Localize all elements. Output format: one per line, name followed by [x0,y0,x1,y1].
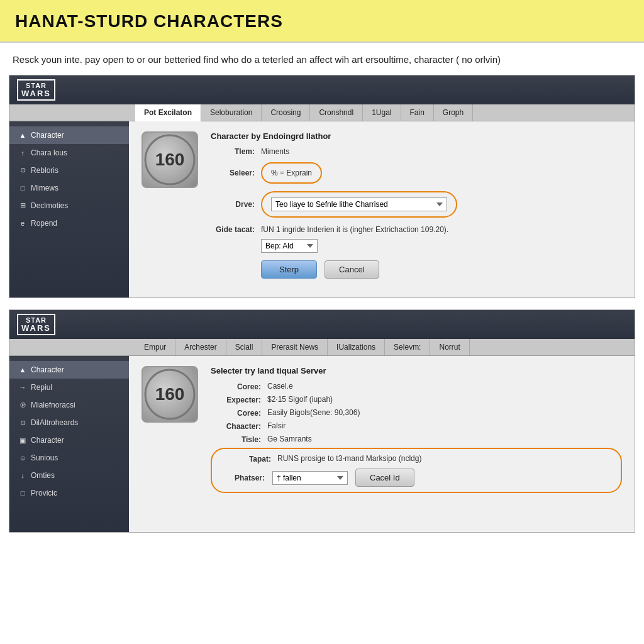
panel-2: STAR WARS Empur Archester Sciall Prerasi… [9,309,635,533]
coree2-label: Coree: [211,408,261,418]
panel1-tlem-row: Tlem: Miments [211,147,622,156]
page-subtitle: Resck youn inte. pay open to or our bett… [0,43,644,75]
square-icon: □ [18,184,27,192]
tab-groph[interactable]: Groph [434,104,473,121]
panel2-body: ▲ Character → Repiul ℗ Mialefnoracsi ⊙ D… [9,356,635,532]
sidebar-item-mimews[interactable]: □ Mimews [9,179,129,197]
sidebar2-item-character2[interactable]: ▣ Character [9,431,129,449]
expecter-label: Expecter: [211,395,261,404]
panel1-btn-row: Sterp Cancel [261,260,622,279]
tab-cronshndl[interactable]: Cronshndl [310,104,363,121]
sidebar2-item-dilaltroheards[interactable]: ⊙ DilAltroheards [9,414,129,431]
square2-icon: □ [18,489,27,497]
filled-square-icon: ▣ [18,436,27,445]
tab-norrut[interactable]: Norrut [430,339,469,355]
sterp-button[interactable]: Sterp [261,260,317,279]
panel1-form-title: Character by Endoingrd llathor [211,131,622,141]
panel1-main: 160 Character by Endoingrd llathor Tlem:… [129,121,635,297]
grid-icon: ⊞ [18,201,27,209]
panel2-topbar: STAR WARS [9,310,635,339]
panel1-drve-row: Drve: Teo liaye to Sefnle lithe Charrise… [211,190,622,219]
coree1-value: Casel.e [267,382,293,391]
guide-label: Gide tacat: [211,225,255,234]
panel1-logo: STAR WARS [17,79,55,101]
seleer-oval: % = Exprain [261,162,322,184]
arrow-up-icon: ▲ [18,131,27,139]
panel1-form: Character by Endoingrd llathor Tlem: Mim… [211,131,622,279]
cancel-button-1[interactable]: Cancel [325,260,379,279]
sidebar2-item-repiul[interactable]: → Repiul [9,379,129,396]
panel2-form: Selecter try land tiqual Server Coree: C… [211,366,622,493]
panel1-topbar: STAR WARS [9,75,635,104]
tab-iualizations[interactable]: IUalizations [328,339,385,355]
panel1-badge: 160 [142,131,198,188]
seleer-label: Seleer: [211,169,255,177]
sidebar-item-charalous[interactable]: ↑ Chara lous [9,144,129,162]
panel2-tisle-row: Tisle: Ge Samrants [211,435,622,444]
panel1-seleer-row: Seleer: % = Exprain [211,161,622,185]
panel1-sidebar: ▲ Character ↑ Chara lous ⊙ Rebloris □ Mi… [9,121,129,297]
sidebar2-item-character[interactable]: ▲ Character [9,361,129,379]
sidebar2-item-mialefnoracsi[interactable]: ℗ Mialefnoracsi [9,396,129,414]
phatser-select[interactable]: † fallen [272,471,348,485]
seleer-value: % = Exprain [271,169,312,177]
sidebar-item-rebloris[interactable]: ⊙ Rebloris [9,162,129,179]
tab-seloburation[interactable]: Seloburation [201,104,262,121]
sidebar2-item-sunious[interactable]: ☺ Sunious [9,449,129,467]
tab-empur[interactable]: Empur [135,339,175,355]
tlem-label: Tlem: [211,147,255,156]
panel2-main: 160 Selecter try land tiqual Server Core… [129,356,635,532]
down-arrow-icon: ↓ [18,472,27,479]
page-header: HANAT-STURD CHARACTERS [0,0,644,43]
tapat-label: Tapat: [221,454,271,464]
tab-prerasit-news[interactable]: Prerasit News [262,339,328,355]
panel2-tapat-row: Tapat: RUNS prosige to t3-mand Marksipo … [221,454,612,464]
panel1-guide-row: Gide tacat: fUN 1 ingride Inderien it is… [211,225,622,234]
drve-oval: Teo liaye to Sefnle lithe Charrised [261,191,457,218]
chaacter-label: Chaacter: [211,421,261,431]
circle2-icon: ⊙ [18,419,27,427]
drve-label: Drve: [211,200,255,209]
cacel-id-button[interactable]: Cacel Id [355,469,414,487]
panel2-logo: STAR WARS [17,314,55,335]
expecter-value: $2·15 Sigolf (iupah) [267,395,333,404]
panel2-form-title: Selecter try land tiqual Server [211,366,622,375]
sidebar-item-character[interactable]: ▲ Character [9,126,129,144]
tab-fain[interactable]: Fain [401,104,434,121]
tab-archester[interactable]: Archester [175,339,226,355]
sidebar-item-ropend[interactable]: e Ropend [9,214,129,232]
tisle-label: Tisle: [211,435,261,444]
panel2-sidebar: ▲ Character → Repiul ℗ Mialefnoracsi ⊙ D… [9,356,129,532]
person-icon: ☺ [18,454,27,462]
drve-select[interactable]: Teo liaye to Sefnle lithe Charrised [271,197,447,211]
tab-pot-excilaton[interactable]: Pot Excilaton [135,104,201,121]
phatser-label: Phatser: [221,474,265,482]
tab-1ugal[interactable]: 1Ugal [363,104,401,121]
panel-1: STAR WARS Pot Excilaton Seloburation Cro… [9,75,635,298]
tab-selevm[interactable]: Selevm: [385,339,430,355]
panel2-orange-oval: Tapat: RUNS prosige to t3-mand Marksipo … [211,448,622,493]
mini-select[interactable]: Bep: Ald [261,239,318,253]
circle-icon: ⊙ [18,166,27,174]
tapat-text: RUNS prosige to t3-mand Marksipo (ncldg) [277,454,421,463]
arrow-up-icon2: ▲ [18,366,27,374]
page-title: HANAT-STURD CHARACTERS [15,11,629,31]
e-icon: e [18,219,27,227]
panel1-badge-area: 160 Character by Endoingrd llathor Tlem:… [142,131,622,279]
coree2-value: Easily Bigols(Sene: 90,306) [267,408,360,417]
arrow-icon: ↑ [18,149,27,157]
tisle-value: Ge Samrants [267,435,312,443]
panel2-chaacter-row: Chaacter: Falsir [211,421,622,431]
mini-select-row: Bep: Ald [261,239,622,253]
sidebar-item-declmoties[interactable]: ⊞ Declmoties [9,197,129,214]
tab-croosing[interactable]: Croosing [262,104,310,121]
sidebar2-item-omties[interactable]: ↓ Omties [9,467,129,484]
right-arrow-icon: → [18,384,27,391]
tab-sciall[interactable]: Sciall [226,339,263,355]
panel1-body: ▲ Character ↑ Chara lous ⊙ Rebloris □ Mi… [9,121,635,297]
chaacter-value: Falsir [267,421,286,430]
panel2-expecter-row: Expecter: $2·15 Sigolf (iupah) [211,395,622,404]
sidebar2-item-provicic[interactable]: □ Provicic [9,484,129,502]
tlem-value: Miments [261,147,289,156]
panel1-tabs: Pot Excilaton Seloburation Croosing Cron… [9,104,635,121]
